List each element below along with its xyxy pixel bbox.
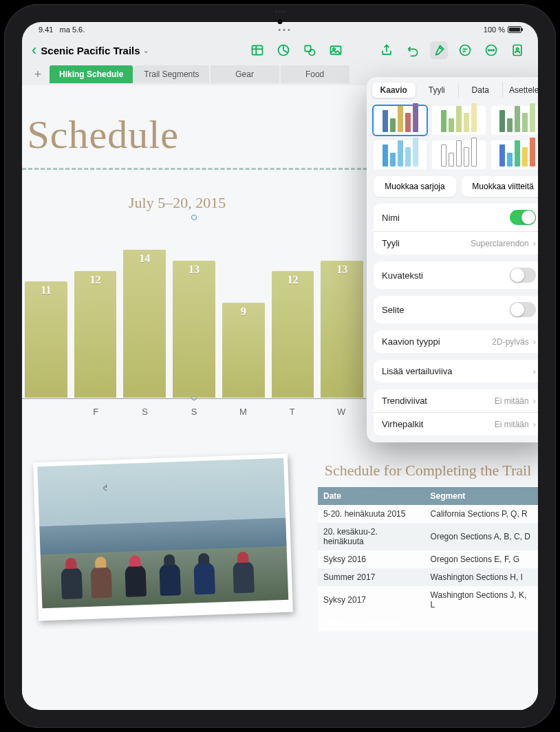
svg-point-12 [516,48,518,50]
chart-bar: 13 [173,261,215,398]
chevron-right-icon: › [533,419,536,429]
more-icon[interactable] [482,41,500,59]
chart-style-thumbnail[interactable] [491,140,538,169]
x-axis-label: S [120,407,169,417]
table-row[interactable]: Syksy 2016Oregon Sections E, F, G [318,550,538,568]
add-sheet-button[interactable]: + [28,67,48,82]
sheet-tab[interactable]: Food [281,65,349,83]
toggle-switch[interactable] [510,268,536,283]
insert-media-icon[interactable] [327,41,345,59]
chart-style-thumbnail[interactable] [374,140,427,169]
svg-point-3 [309,50,314,55]
svg-point-9 [491,50,492,51]
chevron-right-icon: › [533,396,536,406]
photo-image[interactable]: 𐑒 [33,454,293,621]
x-axis-label: S [169,407,218,417]
chevron-right-icon: › [533,336,536,347]
table-row[interactable]: Syksy 2017Washington Sections J, K, L [318,586,538,614]
status-bar: 9.41 ma 5.6. • • • 100 % [22,22,538,37]
row-style[interactable]: Tyyli Superclarendon › [374,232,538,255]
bar-value-label: 13 [173,263,215,276]
battery-icon [508,26,521,33]
share-icon[interactable] [378,41,396,59]
popover-tab-arrange[interactable]: Asettele [503,83,539,98]
table-row[interactable]: Summer 2017Washington Sections H, I [318,568,538,586]
chevron-right-icon: › [533,238,536,248]
edit-references-button[interactable]: Muokkaa viitteitä [462,176,538,197]
insert-shape-icon[interactable] [301,41,319,59]
bar-chart[interactable]: 1112141391213 FSSMTW [22,217,366,417]
comment-icon[interactable] [456,41,474,59]
status-date: ma 5.6. [60,25,85,34]
chart-bar: 12 [74,271,117,398]
bar-value-label: 14 [123,252,166,265]
sheet-tab[interactable]: Trail Segments [134,65,208,83]
format-brush-icon[interactable] [430,41,448,59]
row-chart-type[interactable]: Kaavion tyyppi 2D-pylväs › [374,330,538,353]
row-trendlines[interactable]: Trendiviivat Ei mitään › [374,389,538,413]
x-axis-label: T [268,407,316,417]
chart-style-thumbnail[interactable] [491,106,538,135]
chart-style-thumbnail[interactable] [432,106,485,135]
collaborate-icon[interactable] [508,41,526,59]
svg-point-10 [493,50,495,51]
divider [22,168,380,170]
row-errorbars[interactable]: Virhepalkit Ei mitään › [374,413,538,435]
table-title: Schedule for Completing the Trail [318,461,538,480]
row-legend[interactable]: Selite [374,296,538,323]
svg-point-8 [488,50,490,51]
chart-bar: 9 [222,303,265,398]
popover-tabs: Kaavio Tyyli Data Asettele [367,77,538,103]
table-header: Date [318,487,425,505]
row-caption[interactable]: Kuvateksti [374,261,538,289]
status-time: 9.41 [39,25,53,34]
popover-tab-style[interactable]: Tyyli [416,83,460,98]
chevron-right-icon: › [533,366,536,376]
battery-percent: 100 % [484,25,505,34]
row-name[interactable]: Nimi [374,204,538,232]
popover-tab-chart[interactable]: Kaavio [372,83,416,98]
sheet-tab[interactable]: Hiking Schedule [50,65,133,83]
format-popover: Kaavio Tyyli Data Asettele Muokkaa sarjo… [367,77,538,442]
table-footer: Miles to Completion [318,614,538,632]
chart-style-thumbnail[interactable] [374,106,427,135]
x-axis-label: W [317,407,366,417]
bar-value-label: 12 [272,274,314,286]
sheet-tab[interactable]: Gear [211,65,279,83]
table-row[interactable]: 20. kesäkuu-2. heinäkuutaOregon Sections… [318,523,538,550]
chart-style-thumbnails [367,103,538,176]
chart-title: July 5–20, 2015 [129,194,226,212]
edit-series-button[interactable]: Muokkaa sarjoja [374,176,456,197]
page-title: g Schedule [22,111,179,158]
insert-chart-icon[interactable] [274,41,292,59]
bird-icon: 𐑒 [102,481,108,492]
chart-bar: 11 [25,281,67,398]
app-toolbar: ‹ Scenic Pacific Trails ⌄ [22,37,538,63]
popover-tab-data[interactable]: Data [459,83,503,98]
chart-style-thumbnail[interactable] [432,140,485,169]
back-button[interactable]: ‹ [32,41,36,59]
chevron-down-icon: ⌄ [143,47,149,54]
table-header: Segment [425,487,538,505]
insert-table-icon[interactable] [248,41,266,59]
bar-value-label: 11 [25,284,67,297]
toggle-switch[interactable] [510,302,536,317]
bar-value-label: 9 [222,305,265,318]
x-axis-label: M [219,407,268,417]
x-axis-label: F [71,407,120,417]
schedule-table-area: Schedule for Completing the Trail Date S… [318,461,538,632]
undo-icon[interactable] [404,41,422,59]
bar-value-label: 12 [74,274,117,286]
svg-point-6 [460,45,471,56]
x-axis-label [22,407,71,417]
bar-value-label: 13 [321,263,363,276]
chart-bar: 14 [123,250,166,398]
row-reference-line[interactable]: Lisää vertailuviiva › [374,360,538,383]
document-title[interactable]: Scenic Pacific Trails ⌄ [41,45,148,56]
toggle-switch[interactable] [510,210,536,225]
chart-bar: 13 [321,261,363,398]
table-row[interactable]: 5-20. heinäkuuta 2015California Sections… [318,505,538,523]
svg-rect-0 [252,45,263,54]
schedule-table[interactable]: Date Segment 5-20. heinäkuuta 2015Califo… [318,487,538,632]
chart-bar: 12 [272,271,314,398]
